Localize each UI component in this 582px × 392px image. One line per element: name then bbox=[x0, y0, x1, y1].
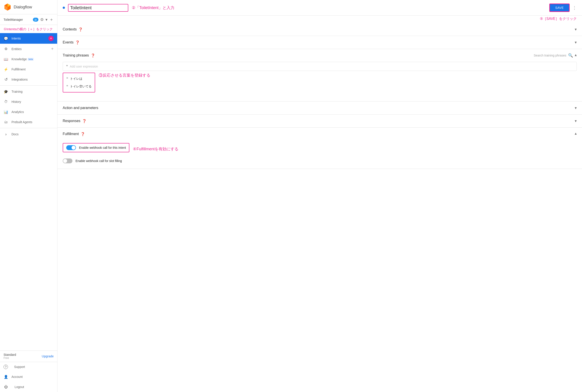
support-label: Support bbox=[14, 365, 25, 368]
responses-section: Responses ❓ ▾ bbox=[58, 114, 582, 128]
training-phrases-title: Training phrases ❓ bbox=[63, 54, 95, 58]
nav-group-3: › Docs bbox=[0, 129, 57, 139]
sidebar-item-fulfillment[interactable]: Fulfillment bbox=[0, 64, 57, 74]
slot-toggle[interactable] bbox=[63, 158, 72, 163]
account-label: Account bbox=[12, 375, 23, 378]
fulfillment-section: Fulfillment ❓ ▾ Enable webhook call for … bbox=[58, 128, 582, 169]
responses-title: Responses ❓ bbox=[63, 119, 86, 123]
intents-icon bbox=[4, 36, 8, 41]
sidebar-footer: Standard Free Upgrade ? Support Account … bbox=[0, 350, 57, 392]
agent-add-icon[interactable]: ＋ bbox=[49, 16, 54, 22]
beta-badge: beta bbox=[28, 58, 34, 61]
fulfillment-section-title: Fulfillment ❓ bbox=[63, 132, 85, 136]
sidebar-item-integrations[interactable]: Integrations bbox=[0, 74, 57, 84]
fulfillment-chevron-icon: ▾ bbox=[575, 132, 577, 136]
plan-name: Standard bbox=[4, 353, 16, 356]
action-params-header[interactable]: Action and parameters ▾ bbox=[63, 102, 577, 114]
contexts-title: Contexts ❓ bbox=[63, 27, 83, 32]
sidebar-item-docs[interactable]: › Docs bbox=[0, 129, 57, 139]
search-phrases-area: Search training phrases 🔍 bbox=[534, 53, 573, 58]
fulfillment-nav-label: Fulfillment bbox=[12, 68, 26, 71]
prebuilt-label: Prebuilt Agents bbox=[12, 120, 32, 124]
fulfillment-section-label: Fulfillment bbox=[63, 132, 79, 136]
agent-name: ToiletManager bbox=[4, 18, 23, 22]
training-help-icon[interactable]: ❓ bbox=[91, 54, 95, 58]
phrase-text-1: トイレは bbox=[70, 77, 82, 81]
agent-dropdown-icon[interactable]: ▾ bbox=[46, 17, 48, 22]
events-help-icon[interactable]: ❓ bbox=[75, 40, 80, 44]
intents-label: Intents bbox=[12, 37, 21, 40]
slot-toggle-row: Enable webhook call for slot filling bbox=[63, 158, 577, 164]
phrase-quote-1: ❝ bbox=[66, 76, 68, 81]
events-chevron-icon: ▾ bbox=[575, 40, 577, 45]
account-icon bbox=[4, 374, 8, 379]
header-actions: SAVE ⋮ bbox=[549, 4, 577, 12]
phrase-text-2: トイレ空いてる bbox=[70, 84, 92, 88]
webhook-toggle-area: Enable webhook call for this intent ④Ful… bbox=[63, 143, 577, 155]
search-phrases-text: Search training phrases bbox=[534, 54, 566, 57]
training-label: Training bbox=[12, 90, 22, 93]
nav-group-2: Training History Analytics Prebuilt Agen… bbox=[0, 86, 57, 127]
sidebar-item-history[interactable]: History bbox=[0, 97, 57, 107]
contexts-header[interactable]: Contexts ❓ ▾ bbox=[63, 23, 577, 36]
action-params-title: Action and parameters bbox=[63, 106, 98, 110]
action-params-section: Action and parameters ▾ bbox=[58, 102, 582, 114]
history-label: History bbox=[12, 100, 21, 104]
sidebar-item-knowledge[interactable]: Knowledge beta bbox=[0, 54, 57, 64]
events-title: Events ❓ bbox=[63, 40, 80, 44]
entities-label: Entities bbox=[12, 47, 22, 51]
intent-header: ②「ToiletIntent」と入力 SAVE ⋮ bbox=[58, 0, 582, 16]
save-button[interactable]: SAVE bbox=[549, 4, 570, 12]
prebuilt-icon bbox=[4, 120, 8, 124]
annotation-5-text: ⑤［SAVE］をクリック bbox=[540, 17, 577, 20]
language-badge[interactable]: ja bbox=[33, 18, 38, 22]
sidebar-item-account[interactable]: Account bbox=[0, 372, 57, 382]
analytics-icon bbox=[4, 110, 8, 114]
contexts-chevron-icon: ▾ bbox=[575, 27, 577, 32]
intent-name-input[interactable] bbox=[68, 4, 128, 12]
annotation-1-block: ①Intentsの横の［＋］をクリック bbox=[0, 25, 57, 33]
training-phrases-section: Training phrases ❓ Search training phras… bbox=[58, 49, 582, 102]
sidebar-item-analytics[interactable]: Analytics bbox=[0, 107, 57, 117]
sidebar-header: Dialogflow bbox=[0, 0, 57, 14]
contexts-label: Contexts bbox=[63, 27, 76, 31]
sidebar-item-support[interactable]: ? Support bbox=[0, 362, 57, 372]
upgrade-button[interactable]: Upgrade bbox=[42, 354, 54, 358]
upgrade-plan-info: Standard Free bbox=[4, 353, 16, 360]
sidebar-item-intents[interactable]: Intents + bbox=[0, 33, 57, 44]
sidebar-item-logout[interactable]: ⏻ Logout bbox=[0, 382, 57, 392]
sidebar-item-prebuilt[interactable]: Prebuilt Agents bbox=[0, 117, 57, 127]
training-chevron-icon: ▾ bbox=[575, 53, 577, 58]
responses-help-icon[interactable]: ❓ bbox=[82, 119, 86, 123]
fulfillment-nav-icon bbox=[4, 67, 8, 72]
main-content: ②「ToiletIntent」と入力 SAVE ⋮ ⑤［SAVE］をクリック C… bbox=[58, 0, 582, 392]
annotation-1-text: ①Intentsの横の［＋］をクリック bbox=[4, 27, 53, 31]
training-phrases-label: Training phrases bbox=[63, 54, 89, 58]
sidebar-item-training[interactable]: Training bbox=[0, 86, 57, 97]
webhook-toggle[interactable] bbox=[66, 145, 76, 150]
phrases-area: ❝ トイレは ❝ トイレ空いてる ③反応させる言葉を登録する bbox=[63, 72, 577, 94]
responses-label: Responses bbox=[63, 119, 80, 123]
annotation-3-text: ③反応させる言葉を登録する bbox=[99, 72, 150, 78]
slot-toggle-label: Enable webhook call for slot filling bbox=[76, 159, 122, 163]
events-header[interactable]: Events ❓ ▾ bbox=[63, 36, 577, 49]
fulfillment-section-header[interactable]: Fulfillment ❓ ▾ bbox=[63, 128, 577, 140]
phrases-highlighted-box: ❝ トイレは ❝ トイレ空いてる bbox=[63, 72, 95, 92]
agent-controls: ja ⚙ ▾ ＋ bbox=[33, 16, 54, 22]
agent-settings-icon[interactable]: ⚙ bbox=[40, 17, 44, 22]
app-name: Dialogflow bbox=[14, 5, 32, 10]
intents-add-button[interactable]: + bbox=[48, 36, 54, 41]
sidebar-item-entities[interactable]: Entities + bbox=[0, 44, 57, 54]
search-icon[interactable]: 🔍 bbox=[568, 53, 573, 58]
dialogflow-logo-icon bbox=[4, 3, 12, 11]
plan-tier: Free bbox=[4, 356, 16, 360]
logout-icon: ⏻ bbox=[4, 384, 8, 389]
more-options-icon[interactable]: ⋮ bbox=[572, 5, 577, 10]
phrase-row-1: ❝ トイレは bbox=[63, 75, 95, 82]
contexts-help-icon[interactable]: ❓ bbox=[78, 27, 83, 32]
responses-header[interactable]: Responses ❓ ▾ bbox=[63, 114, 577, 127]
entities-add-icon[interactable]: + bbox=[51, 46, 54, 52]
docs-icon: › bbox=[4, 132, 8, 137]
annotation-4-text: ④Fulfillmentを有効にする bbox=[133, 146, 178, 152]
fulfillment-help-icon[interactable]: ❓ bbox=[80, 132, 85, 136]
